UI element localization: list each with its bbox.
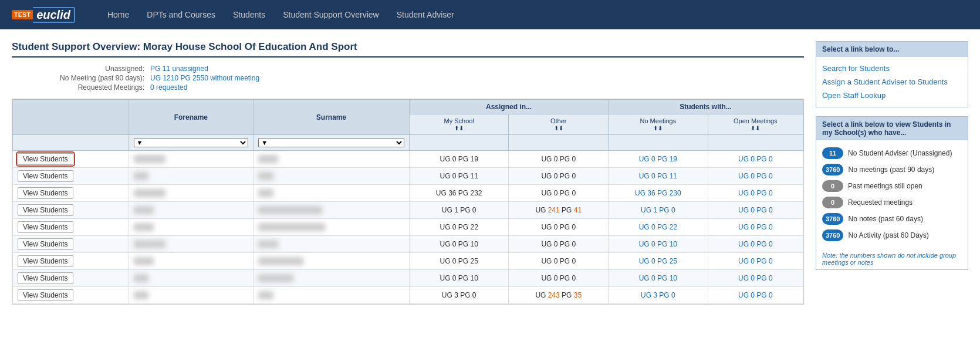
open-meetings-link[interactable]: UG 0 PG 0: [738, 291, 773, 299]
content-area: Student Support Overview: Moray House Sc…: [12, 41, 804, 305]
surname-text: ████ ████ ████: [258, 206, 322, 214]
open-meetings-link[interactable]: UG 0 PG 0: [738, 257, 773, 265]
forename-cell: ████ ██: [129, 236, 254, 253]
unassigned-link[interactable]: PG 11 unassigned: [150, 65, 208, 73]
view-students-button[interactable]: View Students: [18, 289, 73, 301]
forename-text: ███: [134, 291, 149, 299]
other-link[interactable]: 241: [548, 206, 560, 214]
open-meetings-cell: UG 0 PG 0: [708, 270, 803, 287]
other-pg-link[interactable]: 35: [574, 291, 582, 299]
stat-link[interactable]: 0 Requested meetings: [822, 197, 913, 208]
no-meetings-link[interactable]: UG 0 PG 19: [639, 155, 677, 163]
forename-cell: ███: [129, 270, 254, 287]
nav-home[interactable]: Home: [107, 1, 129, 28]
col-header-no-meetings: No Meetings ⬆⬇: [609, 114, 708, 135]
no-meetings-link[interactable]: UG 0 PG 25: [639, 257, 677, 265]
nav-adviser[interactable]: Student Adviser: [397, 1, 454, 28]
stat-link[interactable]: 0 Past meetings still open: [822, 180, 922, 192]
stat-badge: 3760: [822, 164, 843, 175]
no-meetings-link[interactable]: UG 0 PG 11: [639, 172, 677, 180]
view-students-button[interactable]: View Students: [18, 221, 73, 233]
col-header-open-meetings: Open Meetings ⬆⬇: [708, 114, 803, 135]
forename-cell: ████: [129, 202, 254, 219]
stat-row: 11 No Student Adviser (Unassigned): [822, 145, 962, 161]
open-meetings-link[interactable]: UG 0 PG 0: [738, 189, 773, 197]
logo-euclid-text: euclid: [33, 7, 75, 23]
view-students-button[interactable]: View Students: [18, 272, 73, 284]
nav-dpts[interactable]: DPTs and Courses: [147, 1, 215, 28]
surname-cell: ████: [254, 151, 410, 168]
no-meetings-link[interactable]: UG 36 PG 230: [635, 189, 681, 197]
no-meetings-cell: UG 0 PG 25: [609, 253, 708, 270]
data-table: Forename Surname Assigned in... Students…: [12, 99, 803, 304]
sort-icon-no-meetings[interactable]: ⬆⬇: [653, 125, 663, 131]
surname-text: █████████: [258, 257, 303, 265]
surname-filter-select[interactable]: ▼: [258, 138, 404, 147]
open-meetings-link[interactable]: UG 0 PG 0: [738, 206, 773, 214]
open-meetings-cell: UG 0 PG 0: [708, 253, 803, 270]
open-meetings-link[interactable]: UG 0 PG 0: [738, 155, 773, 163]
no-meeting-link[interactable]: UG 1210 PG 2550 without meeting: [150, 74, 259, 82]
no-meetings-link[interactable]: UG 0 PG 10: [639, 240, 677, 248]
nav-students[interactable]: Students: [233, 1, 265, 28]
unassigned-label: Unassigned:: [60, 65, 149, 73]
sidebar-link-assign[interactable]: Assign a Student Adviser to Students: [822, 75, 962, 89]
no-meetings-link[interactable]: UG 0 PG 10: [639, 274, 677, 282]
other-pg-link[interactable]: 41: [574, 206, 582, 214]
view-students-button[interactable]: View Students: [18, 255, 73, 267]
stat-link[interactable]: 11 No Student Adviser (Unassigned): [822, 147, 952, 159]
view-students-button[interactable]: View Students: [18, 153, 73, 165]
filter-btn-col: [13, 135, 129, 151]
view-students-button[interactable]: View Students: [18, 170, 73, 182]
col-header-btn: [13, 100, 129, 135]
stat-label: No Student Adviser (Unassigned): [848, 149, 952, 157]
sidebar-link-staff[interactable]: Open Staff Lookup: [822, 89, 962, 102]
summary-table: Unassigned: PG 11 unassigned No Meeting …: [59, 63, 261, 93]
nav-support-overview[interactable]: Student Support Overview: [283, 1, 379, 28]
open-meetings-link[interactable]: UG 0 PG 0: [738, 172, 773, 180]
forename-text: ████: [134, 223, 154, 231]
other-cell: UG 0 PG 0: [509, 185, 609, 202]
no-meetings-link[interactable]: UG 3 PG 0: [641, 291, 675, 299]
my-school-cell: UG 0 PG 19: [409, 151, 509, 168]
no-meetings-link[interactable]: UG 0 PG 22: [639, 223, 677, 231]
sort-icon-other[interactable]: ⬆⬇: [554, 125, 563, 131]
stat-link[interactable]: 3760 No meetings (past 90 days): [822, 164, 934, 175]
surname-text: ███: [258, 291, 273, 299]
forename-text: ███: [134, 172, 149, 180]
requested-link[interactable]: 0 requested: [150, 83, 187, 92]
stat-link[interactable]: 3760 No Activity (past 60 Days): [822, 229, 929, 241]
my-school-cell: UG 1 PG 0: [409, 202, 509, 219]
forename-cell: ███: [129, 168, 254, 185]
view-students-button[interactable]: View Students: [18, 187, 73, 199]
main-container: Student Support Overview: Moray House Sc…: [0, 29, 980, 316]
stat-link[interactable]: 3760 No notes (past 60 days): [822, 213, 923, 225]
col-header-other: Other ⬆⬇: [509, 114, 609, 135]
no-meetings-link[interactable]: UG 1 PG 0: [641, 206, 675, 214]
surname-cell: ████ █████████: [254, 219, 410, 236]
view-students-button[interactable]: View Students: [18, 204, 73, 216]
open-meetings-link[interactable]: UG 0 PG 0: [738, 223, 773, 231]
other-link[interactable]: 243: [548, 291, 560, 299]
forename-text: ████ ██: [134, 189, 165, 197]
other-cell: UG 0 PG 0: [509, 151, 609, 168]
surname-cell: ████: [254, 236, 410, 253]
sidebar-link-search[interactable]: Search for Students: [822, 62, 962, 75]
forename-cell: ████: [129, 253, 254, 270]
open-meetings-link[interactable]: UG 0 PG 0: [738, 240, 773, 248]
forename-filter-select[interactable]: ▼: [134, 138, 249, 147]
navigation: TEST euclid Home DPTs and Courses Studen…: [0, 0, 980, 29]
other-cell: UG 0 PG 0: [509, 253, 609, 270]
open-meetings-cell: UG 0 PG 0: [708, 219, 803, 236]
surname-text: ████ █████████: [258, 223, 325, 231]
sort-icon-my-school[interactable]: ⬆⬇: [454, 125, 464, 131]
sort-icon-open-meetings[interactable]: ⬆⬇: [751, 125, 760, 131]
other-cell: UG 241 PG 41: [509, 202, 609, 219]
view-students-button[interactable]: View Students: [18, 238, 73, 250]
open-meetings-link[interactable]: UG 0 PG 0: [738, 274, 773, 282]
open-meetings-cell: UG 0 PG 0: [708, 236, 803, 253]
sidebar-stats-body: 11 No Student Adviser (Unassigned) 3760 …: [816, 140, 968, 248]
no-meetings-cell: UG 3 PG 0: [609, 287, 708, 304]
table-row: View Students ████ ██ ███ UG 36 PG 232 U…: [13, 185, 803, 202]
table-row: View Students ███ ███ UG 0 PG 11 UG 0 PG…: [13, 168, 803, 185]
